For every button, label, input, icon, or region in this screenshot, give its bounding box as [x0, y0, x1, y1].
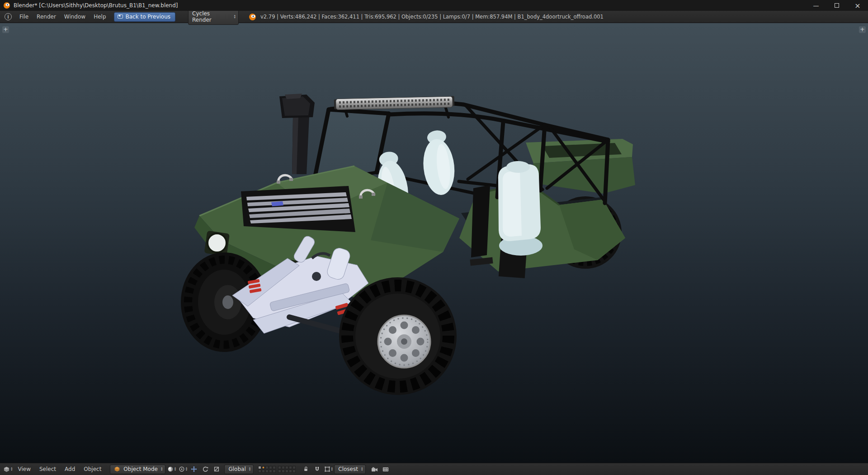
chevron-updown-icon: ▴▾ [234, 14, 236, 19]
menu-window[interactable]: Window [60, 11, 90, 23]
menu-file[interactable]: File [15, 11, 33, 23]
menu-help[interactable]: Help [90, 11, 110, 23]
maximize-icon [835, 3, 839, 8]
close-icon: × [854, 1, 860, 10]
layer-toggle[interactable] [289, 470, 292, 473]
layer-toggle[interactable] [258, 466, 261, 469]
shading-sphere-icon [167, 466, 174, 472]
layers-block-right [278, 466, 296, 473]
viewport-header: ▴▾ View Select Add Object Object Mode ▴▾… [0, 463, 868, 475]
layer-toggle[interactable] [273, 470, 276, 473]
info-editor-icon: i [5, 13, 12, 20]
object-mode-cube-icon [114, 466, 120, 472]
manipulator-scale-toggle[interactable] [211, 465, 222, 474]
layer-toggle[interactable] [273, 466, 276, 469]
chevron-updown-icon: ▴▾ [186, 467, 188, 471]
viewport-editor-icon [3, 466, 10, 473]
menu-add[interactable]: Add [61, 463, 79, 475]
opengl-render-anim-button[interactable] [380, 465, 391, 474]
layer-toggle[interactable] [265, 470, 269, 473]
minimize-button[interactable]: — [806, 0, 826, 11]
layer-toggle[interactable] [292, 466, 296, 469]
film-strip-icon [382, 466, 389, 472]
scale-manipulator-icon [213, 466, 220, 472]
magnet-icon [314, 466, 320, 472]
maximize-button[interactable] [826, 0, 847, 11]
snap-toggle-button[interactable] [311, 465, 322, 474]
viewport-3d[interactable]: + + [0, 23, 868, 463]
editor-type-info-button[interactable]: i [2, 12, 15, 22]
layers-block-left [258, 466, 276, 473]
mode-select[interactable]: Object Mode ▴▾ [110, 465, 165, 474]
truck-light-bar[interactable] [334, 96, 454, 110]
layer-toggle[interactable] [278, 466, 281, 469]
region-split-handle-left[interactable]: + [2, 26, 9, 33]
menu-view[interactable]: View [14, 463, 35, 475]
opengl-render-still-button[interactable] [369, 465, 380, 474]
chevron-updown-icon: ▴▾ [161, 467, 163, 471]
layer-toggle[interactable] [262, 466, 265, 469]
layer-toggle[interactable] [292, 470, 296, 473]
menu-select[interactable]: Select [35, 463, 60, 475]
layer-toggle[interactable] [278, 470, 281, 473]
layer-toggle[interactable] [265, 466, 269, 469]
screen-back-icon [118, 14, 123, 19]
orientation-value: Global [228, 466, 245, 472]
region-split-handle-right[interactable]: + [859, 26, 866, 33]
snap-element-button[interactable]: ▴▾ [323, 465, 334, 474]
window-titlebar[interactable]: Blender* [C:\Users\Sithhy\Desktop\Brutus… [0, 0, 868, 11]
truck-model[interactable] [181, 94, 635, 395]
info-header: i File Render Window Help Back to Previo… [0, 11, 868, 23]
window-controls: — × [806, 0, 868, 11]
editor-type-3dview-button[interactable]: ▴▾ [2, 465, 14, 474]
truck-hood-vent[interactable] [241, 186, 355, 232]
layer-toggle[interactable] [269, 466, 272, 469]
layers-widget [258, 466, 296, 473]
chevron-updown-icon: ▴▾ [175, 467, 176, 471]
chevron-updown-icon: ▴▾ [249, 467, 251, 471]
window-title: Blender* [C:\Users\Sithhy\Desktop\Brutus… [14, 2, 178, 9]
back-to-previous-button[interactable]: Back to Previous [114, 12, 176, 22]
lock-to-scene-button[interactable] [300, 465, 311, 474]
menu-object[interactable]: Object [80, 463, 105, 475]
mode-value: Object Mode [123, 466, 158, 472]
layer-toggle[interactable] [269, 470, 272, 473]
truck-main-front-wheel[interactable] [339, 277, 457, 395]
chevron-updown-icon: ▴▾ [11, 467, 13, 471]
blender-app-icon [3, 2, 10, 9]
blender-logo-icon [249, 13, 256, 21]
snap-element-icon [324, 466, 330, 472]
chevron-updown-icon: ▴▾ [361, 467, 363, 471]
scene-statistics: v2.79 | Verts:486,242 | Faces:362,411 | … [260, 14, 604, 20]
camera-icon [371, 466, 378, 472]
viewport-canvas[interactable] [0, 23, 868, 463]
layer-toggle[interactable] [282, 470, 285, 473]
pivot-point-button[interactable]: ▴▾ [177, 465, 188, 474]
chevron-updown-icon: ▴▾ [331, 467, 333, 471]
minimize-icon: — [813, 2, 819, 9]
transform-orientation-select[interactable]: Global ▴▾ [224, 465, 254, 474]
layer-toggle[interactable] [262, 470, 265, 473]
layer-toggle[interactable] [285, 470, 288, 473]
rotate-manipulator-icon [202, 466, 208, 472]
translate-manipulator-icon [191, 466, 197, 472]
layer-toggle[interactable] [285, 466, 288, 469]
truck-snorkel[interactable] [279, 94, 315, 174]
snap-target-select[interactable]: Closest ▴▾ [334, 465, 366, 474]
render-engine-value: Cycles Render [192, 10, 231, 23]
lock-icon [303, 466, 309, 472]
render-engine-select[interactable]: Cycles Render ▴▾ [188, 9, 239, 25]
manipulator-translate-toggle[interactable] [189, 465, 199, 474]
snap-target-value: Closest [338, 466, 358, 472]
pivot-icon [179, 466, 185, 472]
layer-toggle[interactable] [258, 470, 261, 473]
close-button[interactable]: × [847, 0, 868, 11]
back-to-previous-label: Back to Previous [126, 14, 171, 20]
manipulator-rotate-toggle[interactable] [200, 465, 211, 474]
layer-toggle[interactable] [282, 466, 285, 469]
layer-toggle[interactable] [289, 466, 292, 469]
viewport-shading-button[interactable]: ▴▾ [166, 465, 177, 474]
menu-render[interactable]: Render [33, 11, 60, 23]
